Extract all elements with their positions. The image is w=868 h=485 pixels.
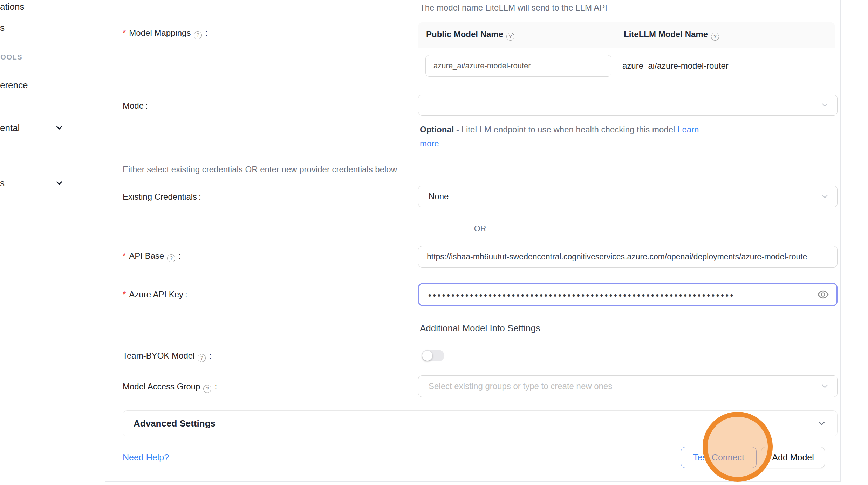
help-icon[interactable]: ? <box>711 33 719 41</box>
model-access-group-label: Model Access Group?: <box>123 382 217 393</box>
sidebar-section-tools: TOOLS <box>0 53 22 61</box>
azure-api-key-input[interactable]: ••••••••••••••••••••••••••••••••••••••••… <box>418 283 838 306</box>
sidebar-item-label: s <box>0 178 5 188</box>
chevron-down-icon <box>817 418 827 428</box>
masked-password-value: ••••••••••••••••••••••••••••••••••••••••… <box>428 290 735 300</box>
public-model-name-input[interactable] <box>425 55 611 77</box>
toggle-knob <box>422 351 432 361</box>
mode-select[interactable] <box>418 95 838 116</box>
sidebar: ations s TOOLS erence ental s <box>0 0 105 485</box>
chevron-down-icon[interactable] <box>55 123 64 132</box>
help-icon[interactable]: ? <box>506 33 514 41</box>
content-right-border <box>840 0 841 482</box>
help-icon[interactable]: ? <box>194 31 202 39</box>
litellm-model-name-value: azure_ai/azure-model-router <box>622 61 729 71</box>
model-mappings-table: Public Model Name? LiteLLM Model Name? a… <box>418 22 835 84</box>
selected-value: None <box>429 192 449 201</box>
test-connect-button[interactable]: Test Connect <box>681 447 757 468</box>
advanced-settings-panel[interactable]: Advanced Settings <box>123 410 838 436</box>
table-header-row: Public Model Name? LiteLLM Model Name? <box>418 22 835 48</box>
mode-label: Mode: <box>123 101 148 111</box>
help-icon[interactable]: ? <box>167 254 175 262</box>
or-divider: OR <box>123 224 838 234</box>
existing-credentials-select[interactable]: None <box>418 186 838 207</box>
azure-api-key-label: *Azure API Key: <box>123 290 187 299</box>
sidebar-item-organizations[interactable]: ations <box>0 1 24 12</box>
sidebar-item-users[interactable]: s <box>0 22 5 33</box>
chevron-down-icon <box>820 192 829 201</box>
required-asterisk: * <box>123 28 126 37</box>
add-model-page: ations s TOOLS erence ental s The model … <box>0 0 868 485</box>
team-byok-label: Team-BYOK Model?: <box>123 351 211 362</box>
sidebar-item-label: erence <box>0 80 28 90</box>
sidebar-item-settings[interactable]: s <box>0 178 5 189</box>
api-base-input[interactable] <box>418 246 838 268</box>
credentials-note: Either select existing credentials OR en… <box>123 165 397 174</box>
mode-helper-text: Optional - LiteLLM endpoint to use when … <box>420 123 711 151</box>
model-access-group-input[interactable] <box>429 381 818 391</box>
sidebar-item-label: s <box>0 22 5 33</box>
eye-icon[interactable] <box>818 289 829 300</box>
table-row: azure_ai/azure-model-router <box>418 48 835 84</box>
required-asterisk: * <box>123 251 126 261</box>
sidebar-item-label: ental <box>0 123 20 133</box>
need-help-link[interactable]: Need Help? <box>123 452 169 463</box>
chevron-down-icon <box>820 382 829 391</box>
help-icon[interactable]: ? <box>198 354 206 362</box>
required-asterisk: * <box>123 290 126 299</box>
sidebar-section-label: TOOLS <box>0 53 22 61</box>
model-mappings-label: *Model Mappings?: <box>123 28 207 39</box>
help-icon[interactable]: ? <box>203 385 211 393</box>
api-base-label: *API Base?: <box>123 251 181 262</box>
chevron-down-icon <box>820 101 829 110</box>
header-litellm-model-name: LiteLLM Model Name? <box>616 29 720 41</box>
content-bottom-border <box>105 481 841 482</box>
advanced-settings-title: Advanced Settings <box>134 418 216 429</box>
chevron-down-icon[interactable] <box>55 179 64 188</box>
litellm-model-name-helper: The model name LiteLLM will send to the … <box>420 3 607 13</box>
sidebar-item-label: ations <box>0 1 24 12</box>
model-access-group-select[interactable] <box>418 375 838 397</box>
team-byok-toggle[interactable] <box>422 350 444 361</box>
add-model-button[interactable]: Add Model <box>761 447 825 468</box>
header-public-model-name: Public Model Name? <box>418 29 616 41</box>
existing-credentials-label: Existing Credentials: <box>123 192 201 202</box>
sidebar-item-api-reference[interactable]: erence <box>0 80 28 91</box>
additional-info-divider: Additional Model Info Settings <box>123 323 838 334</box>
sidebar-item-experimental[interactable]: ental <box>0 123 20 133</box>
